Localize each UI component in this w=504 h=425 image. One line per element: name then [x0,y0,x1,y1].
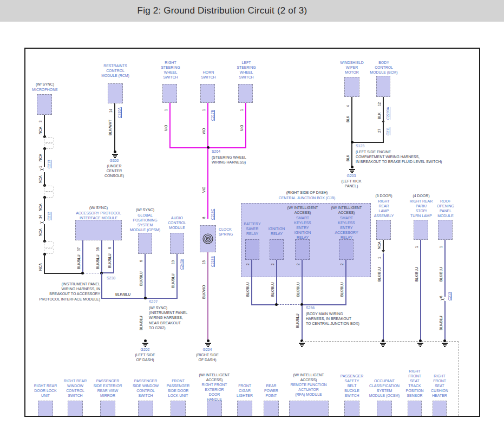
arrow-down-icon [382,250,385,253]
splice-desc: (W/ SYNC) (INSTRUMENT PANEL WIRING HARNE… [149,305,187,330]
cjb-label: CENTRAL JUNCTION BOX (CJB) [269,195,345,200]
bcm-box [376,76,390,97]
bottom-module-box [100,401,115,417]
connector-link[interactable]: C218C [211,209,214,220]
ground-desc: (LEFT SIDE OF DASH) [129,352,161,362]
lamp4-box [414,220,428,240]
wire-label: BLK/BLU [415,267,418,282]
wire-label: BLK/BLU [340,282,344,297]
lamp4-prefix: (4 DOOR) [402,193,440,198]
bottom-module-label: PASSENGER SIDE WINDOW CONTROL SWITCH [127,378,164,398]
clock-spring-coil-icon [201,232,215,246]
wire [207,103,208,148]
shield-loop-icon [45,143,54,149]
wire-label: BLK/VIO [202,285,206,299]
wire-label: NCA [38,154,42,161]
bcm-label: BODY CONTROL MODULE (BCM) [366,60,401,75]
pin-label: 2 [271,263,274,265]
ska-accessory-relay-box [339,239,354,260]
wire [44,254,45,274]
wire [44,148,45,167]
bottom-module-prefix: (W/ INTELLIGENT ACCESS) [195,372,233,382]
connector-link[interactable]: C2280A [386,107,390,120]
shield-wire [44,241,44,254]
wire-label: BLK/BLU [96,254,100,269]
ground-icon [417,342,423,347]
pin-label: 27 [377,129,381,133]
wire-label: BLK/BLU [115,292,130,296]
wire [383,97,384,143]
wire-label: NCA [38,263,42,271]
junction-dot [351,141,354,143]
wire-label: BLK [377,113,381,119]
wire [101,273,102,299]
wire-label: BLK/BLU [246,282,250,297]
wire-label: BLK/BLU [377,267,381,282]
splice-desc: (BODY MAIN WIRING HARNESS, IN BREAKOUT T… [306,311,359,326]
shield-wire [44,185,44,197]
shield-loop-icon [45,192,54,198]
connector-link[interactable]: C211 [386,127,390,135]
pin-label: 15 [202,260,206,264]
wire [113,240,114,273]
wiring-diagram-canvas: (W/ SYNC) MICROPHONE 3 NCA NCA 1 C213 NC… [24,48,480,417]
wire-label: NCA [38,127,42,134]
pin-label: 2 [296,263,300,265]
wire [176,254,178,299]
connector-link[interactable]: C240A [180,259,184,270]
wire [383,240,384,251]
connector-link[interactable]: C212 [47,212,51,220]
pin-label: 1 [415,246,418,248]
cjb-location: (RIGHT SIDE OF DASH) [274,190,339,195]
wire [302,304,346,305]
pin-label: 1 [240,109,244,111]
wire [101,240,102,273]
ground-icon [349,168,355,173]
apim-label: ACCESSORY PROTOCOL INTERFACE MODULE [69,211,128,220]
connector-link[interactable]: C213 [47,160,51,168]
ska-ignition-relay-box [295,239,310,260]
wire [44,224,45,241]
shield-loop-icon [45,241,54,247]
right-steering-switch-box [162,84,177,103]
dashed-ground-bus [458,341,459,416]
pin-label: 1 [164,109,168,111]
arrow-down-icon [382,121,385,123]
connector-link[interactable]: C213 [448,292,451,300]
pin-label: 34 [38,215,42,219]
wire-label: BLK/BLU [171,273,175,288]
figure-title: Fig 2: Ground Distribution Circuit (2 of… [0,0,474,22]
wire [345,260,346,305]
wire-label: BLK/BLU [439,316,443,330]
ska-accessory-relay-prefix: (W/ INTELLIGENT ACCESS) [328,205,365,215]
bottom-module-label: REAR POWER POINT [254,383,289,398]
bottom-module-box [289,401,329,417]
bottom-module-box [408,401,422,417]
connector-link[interactable]: C310A [117,107,121,118]
lamp5-box [376,220,391,240]
bottom-module-box [38,401,53,417]
pin-label: 2 [340,263,344,265]
pin-label: 2 [246,263,250,265]
wire-label: VIO [202,187,206,193]
wire-label: VIO [164,125,168,131]
bottom-module-box [433,401,447,417]
left-steering-switch-label: LEFT STEERING WHEEL SWITCH [227,60,265,80]
dashed-wire [83,273,102,273]
pin-label: 1 [439,246,443,248]
ground-id: G204 [191,348,224,351]
wire [207,252,208,341]
rcm-box [108,83,123,103]
wire-label: VIO [202,128,206,134]
wiper-motor-box [344,77,359,97]
bottom-module-label: RIGHT FRONT EXTERIOR DOOR HANDLE [197,382,232,402]
wire-label: BLK [346,155,350,161]
dashed-wire [277,304,302,305]
connector-link[interactable]: C217B [211,110,214,121]
wire-label: BLK/WHT [108,120,112,135]
ground-desc: (LEFT KICK PANEL) [335,179,368,188]
acm-label: AUDIO CONTROL MODULE [158,215,196,230]
wire-label: BLK/BLU [439,267,443,282]
wire [44,273,83,274]
connector-link[interactable]: C218B [211,256,214,267]
